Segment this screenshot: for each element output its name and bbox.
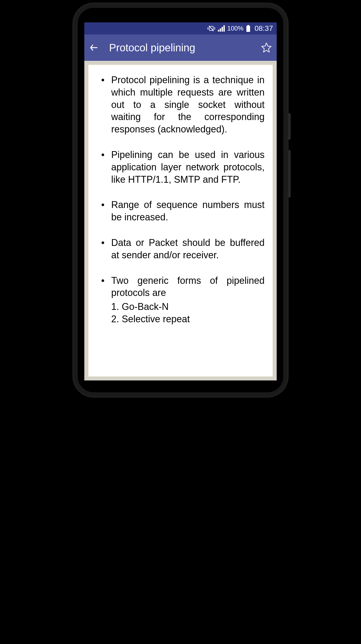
phone-inner: 100% 08:37 Protocol pipelining: [78, 8, 283, 392]
bullet-list: Protocol pipelining is a technique in wh…: [96, 74, 265, 325]
list-item: Pipelining can be used in various applic…: [96, 149, 265, 186]
sub-lines: 1. Go-Back-N 2. Selective repeat: [111, 301, 265, 325]
status-bar: 100% 08:37: [84, 22, 277, 34]
svg-rect-1: [220, 28, 221, 32]
favorite-button[interactable]: [261, 42, 272, 53]
list-item-text: Pipelining can be used in various applic…: [111, 149, 265, 185]
svg-rect-0: [218, 30, 219, 32]
list-item: Range of sequence numbers must be increa…: [96, 199, 265, 224]
content-area[interactable]: Protocol pipelining is a technique in wh…: [84, 61, 277, 380]
list-item: Two generic forms of pipelined protocols…: [96, 275, 265, 325]
svg-rect-5: [246, 26, 250, 32]
page-title: Protocol pipelining: [109, 42, 250, 54]
sub-line: 1. Go-Back-N: [111, 301, 265, 313]
phone-frame: 100% 08:37 Protocol pipelining: [72, 3, 289, 398]
phone-side-button: [289, 150, 291, 197]
back-button[interactable]: [89, 43, 99, 52]
svg-rect-2: [222, 27, 223, 32]
list-item: Data or Packet should be buffered at sen…: [96, 237, 265, 261]
list-item: Protocol pipelining is a technique in wh…: [96, 74, 265, 136]
screen: 100% 08:37 Protocol pipelining: [84, 22, 277, 380]
battery-full-icon: [246, 25, 250, 32]
cellular-signal-icon: [218, 25, 225, 32]
list-item-text: Two generic forms of pipelined protocols…: [111, 275, 265, 298]
status-time: 08:37: [255, 24, 273, 33]
svg-rect-3: [223, 25, 225, 32]
svg-rect-4: [247, 25, 249, 26]
list-item-text: Protocol pipelining is a technique in wh…: [111, 75, 265, 135]
star-outline-icon: [261, 42, 272, 53]
arrow-back-icon: [89, 43, 99, 52]
phone-side-button: [289, 113, 291, 140]
vibrate-muted-icon: [207, 25, 215, 32]
list-item-text: Range of sequence numbers must be increa…: [111, 199, 265, 222]
sub-line: 2. Selective repeat: [111, 313, 265, 325]
list-item-text: Data or Packet should be buffered at sen…: [111, 237, 265, 260]
battery-percent: 100%: [227, 25, 243, 32]
content-card: Protocol pipelining is a technique in wh…: [88, 65, 273, 377]
app-bar: Protocol pipelining: [84, 34, 277, 61]
